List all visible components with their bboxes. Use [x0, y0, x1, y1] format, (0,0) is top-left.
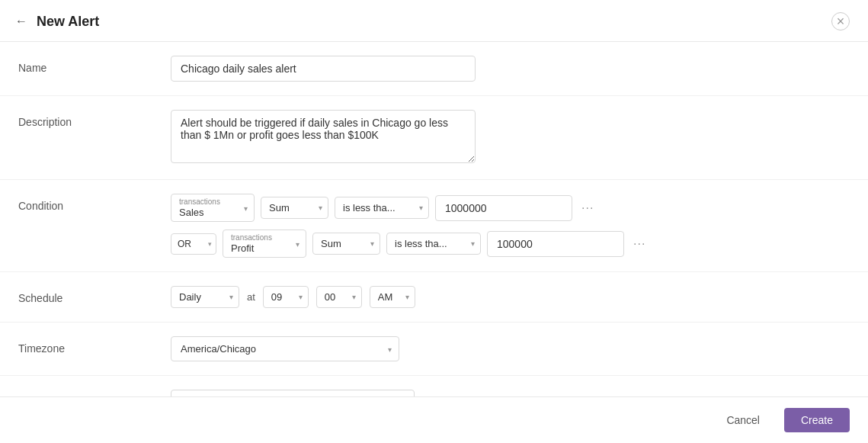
condition2-aggregation-wrapper: Sum Count Average ▾ — [312, 233, 380, 255]
frequency-wrapper: Daily Weekly Monthly ▾ — [171, 286, 239, 308]
send-to-label: Send to — [18, 390, 171, 396]
condition-row-1: transactions Sales ▾ Sum Count Average ▾ — [171, 194, 850, 222]
back-button[interactable]: ← — [15, 14, 27, 28]
timezone-label: Timezone — [18, 336, 171, 355]
name-label: Name — [18, 56, 171, 74]
condition2-operator-wrapper: is less tha... is greater than equals ▾ — [386, 233, 481, 255]
description-textarea[interactable]: Alert should be triggered if daily sales… — [171, 110, 476, 163]
condition-row: Condition transactions Sales ▾ Sum Count… — [0, 180, 868, 272]
condition2-metric-select[interactable]: transactions Profit ▾ — [223, 230, 306, 258]
condition-control: transactions Sales ▾ Sum Count Average ▾ — [171, 194, 850, 258]
hour-select[interactable]: 09 10 08 — [263, 286, 309, 308]
description-control: Alert should be triggered if daily sales… — [171, 110, 850, 165]
name-control — [171, 56, 850, 82]
hour-wrapper: 09 10 08 ▾ — [263, 286, 309, 308]
timezone-select[interactable]: America/Chicago America/New_York America… — [171, 336, 399, 361]
name-row: Name — [0, 42, 868, 96]
timezone-select-wrapper: America/Chicago America/New_York America… — [171, 336, 399, 361]
condition2-metric-main: Profit — [231, 242, 284, 254]
new-alert-page: ← New Alert × Name Description Alert sho… — [0, 0, 868, 443]
condition2-metric-chevron-icon: ▾ — [296, 239, 299, 248]
send-to-row: Send to avinashk@bipp.io ✕ — [0, 376, 868, 396]
timezone-row: Timezone America/Chicago America/New_Yor… — [0, 323, 868, 376]
close-button[interactable]: × — [831, 12, 850, 30]
description-row: Description Alert should be triggered if… — [0, 96, 868, 180]
connector-wrapper: OR AND ▾ — [171, 233, 216, 255]
condition1-metric-chevron-icon: ▾ — [244, 204, 248, 212]
condition2-operator-select[interactable]: is less tha... is greater than equals — [386, 233, 481, 255]
condition-label: Condition — [18, 194, 171, 212]
timezone-control: America/Chicago America/New_York America… — [171, 336, 850, 361]
schedule-controls: Daily Weekly Monthly ▾ at 09 10 08 — [171, 286, 850, 308]
header: ← New Alert × — [0, 0, 868, 42]
description-label: Description — [18, 110, 171, 128]
form-content: Name Description Alert should be trigger… — [0, 42, 868, 396]
condition2-value-input[interactable] — [487, 231, 624, 257]
send-to-control: avinashk@bipp.io ✕ — [171, 390, 850, 396]
condition-row-2: OR AND ▾ transactions Profit ▾ Sum Count — [171, 230, 850, 258]
condition1-operator-wrapper: is less tha... is greater than equals ▾ — [335, 197, 429, 219]
minute-select[interactable]: 00 15 30 45 — [316, 286, 362, 308]
page-title: New Alert — [37, 14, 99, 30]
footer: Cancel Create — [0, 396, 868, 443]
schedule-row: Schedule Daily Weekly Monthly ▾ at — [0, 272, 868, 323]
ampm-select[interactable]: AM PM — [370, 286, 415, 308]
condition2-more-button[interactable]: ··· — [630, 234, 649, 254]
condition2-aggregation-select[interactable]: Sum Count Average — [312, 233, 380, 255]
ampm-wrapper: AM PM ▾ — [370, 286, 415, 308]
at-label: at — [247, 291, 255, 303]
header-left: ← New Alert — [15, 14, 99, 30]
connector-select[interactable]: OR AND — [171, 233, 216, 255]
cancel-button[interactable]: Cancel — [711, 408, 775, 432]
condition1-aggregation-wrapper: Sum Count Average ▾ — [261, 197, 328, 219]
schedule-label: Schedule — [18, 286, 171, 304]
user-search-input[interactable] — [171, 390, 415, 396]
schedule-control: Daily Weekly Monthly ▾ at 09 10 08 — [171, 286, 850, 308]
minute-wrapper: 00 15 30 45 ▾ — [316, 286, 362, 308]
frequency-select[interactable]: Daily Weekly Monthly — [171, 286, 239, 308]
create-button[interactable]: Create — [784, 408, 850, 432]
condition1-more-button[interactable]: ··· — [578, 198, 597, 218]
name-input[interactable] — [171, 56, 476, 82]
condition1-value-input[interactable] — [435, 195, 572, 221]
condition1-metric-main: Sales — [179, 207, 232, 218]
condition2-metric-small: transactions — [231, 233, 284, 242]
condition1-metric-select[interactable]: transactions Sales ▾ — [171, 194, 255, 222]
condition1-metric-small: transactions — [179, 197, 232, 207]
condition1-aggregation-select[interactable]: Sum Count Average — [261, 197, 328, 219]
condition1-operator-select[interactable]: is less tha... is greater than equals — [335, 197, 429, 219]
